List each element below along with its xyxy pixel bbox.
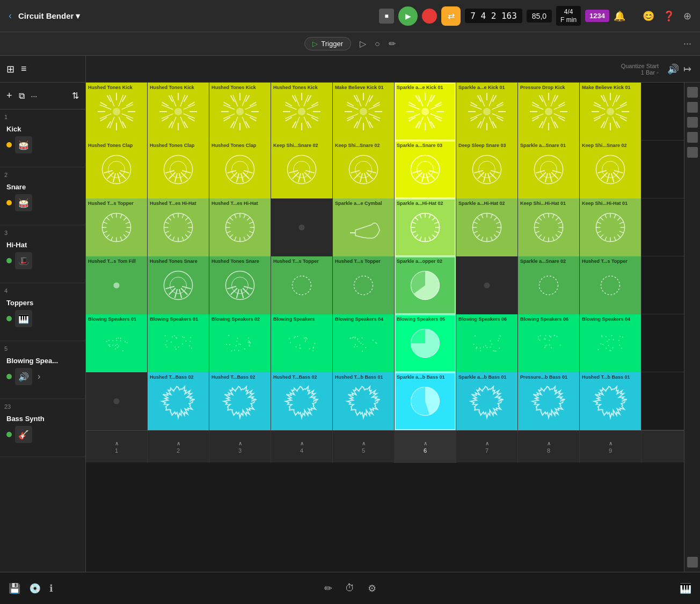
cell[interactable]: Sparkle a...e Kick 01 <box>395 83 456 141</box>
cell[interactable]: Pressure Drop Kick <box>518 83 580 141</box>
key-display[interactable]: 1234 <box>585 10 609 22</box>
cell[interactable]: Hushed T...Bass 02 <box>209 372 271 430</box>
cell[interactable]: Hushed Tones Clap <box>209 141 271 198</box>
cell[interactable]: Hushed T...s Tom Fill <box>86 256 148 314</box>
help-icon[interactable]: ❓ <box>663 10 675 22</box>
loop-button[interactable]: ⇄ <box>441 6 461 26</box>
volume-icon[interactable]: 🔊 <box>667 63 679 75</box>
column-number-9[interactable]: ∧ 9 <box>580 431 641 463</box>
cell[interactable]: Keep Shi...Snare 02 <box>271 141 333 198</box>
column-number-4[interactable]: ∧ 4 <box>271 431 333 463</box>
cell[interactable]: Sparkle a...Snare 02 <box>518 256 580 314</box>
back-button[interactable]: ‹ <box>9 10 12 21</box>
cell[interactable]: Sparkle a...Snare 03 <box>395 141 456 198</box>
track-item-bass-synth[interactable]: 23 Bass Synth 🎸 <box>0 399 85 457</box>
cell[interactable]: Keep Shi...Snare 02 <box>333 141 395 198</box>
mute-blowing-button[interactable] <box>687 147 698 158</box>
mute-bass-button[interactable] <box>687 557 698 568</box>
cell[interactable]: Hushed T...es Hi-Hat <box>148 198 209 256</box>
cell[interactable]: Hushed Tones Kick <box>209 83 271 141</box>
cell[interactable]: Hushed T...s Topper <box>333 256 395 314</box>
column-number-7[interactable]: ∧ 7 <box>456 431 518 463</box>
cell[interactable]: Blowing Speakers 01 <box>148 314 209 372</box>
cell[interactable]: Sparkle a...e Kick 01 <box>456 83 518 141</box>
follow-icon[interactable]: ▷ <box>360 39 366 49</box>
grid-view-icon[interactable]: ⊞ <box>6 63 14 75</box>
mute-snare-button[interactable] <box>687 102 698 113</box>
cell[interactable]: Pressure...b Bass 01 <box>518 372 580 430</box>
cell[interactable]: Sparkle a...opper 02 <box>395 256 456 314</box>
list-view-icon[interactable]: ≡ <box>21 63 27 75</box>
info-icon[interactable]: ℹ <box>49 583 53 594</box>
cell[interactable] <box>271 198 333 256</box>
cell[interactable]: Deep Sleep Snare 03 <box>456 141 518 198</box>
cell[interactable]: Hushed T...Bass 02 <box>271 372 333 430</box>
cell[interactable]: Hushed Tones Snare <box>148 256 209 314</box>
play-button[interactable]: ▶ <box>398 6 418 26</box>
more-track-options[interactable]: ··· <box>31 92 38 100</box>
cell[interactable]: Make Believe Kick 01 <box>333 83 395 141</box>
cell[interactable]: Blowing Speakers 04 <box>333 314 395 372</box>
cell[interactable]: Sparkle a...b Bass 01 <box>395 372 456 430</box>
cell[interactable]: Blowing Speakers <box>271 314 333 372</box>
cell[interactable]: Sparkle a...Hi-Hat 02 <box>395 198 456 256</box>
equalizer-icon[interactable]: ⚙ <box>368 583 376 594</box>
cell[interactable]: Blowing Speakers 01 <box>86 314 148 372</box>
cell[interactable]: Make Believe Kick 01 <box>580 83 641 141</box>
clock-icon[interactable]: ⏱ <box>345 583 355 594</box>
cell[interactable]: Hushed T...es Hi-Hat <box>209 198 271 256</box>
cell[interactable]: Hushed T...Bass 02 <box>148 372 209 430</box>
project-title[interactable]: Circuit Bender ▾ <box>18 11 80 21</box>
trigger-button[interactable]: ▷ Trigger <box>304 37 351 50</box>
cell[interactable]: Blowing Speakers 05 <box>395 314 456 372</box>
cell[interactable]: Hushed T...b Bass 01 <box>333 372 395 430</box>
cell[interactable]: Sparkle a...e Cymbal <box>333 198 395 256</box>
more-options-button[interactable]: ··· <box>683 38 691 49</box>
cell[interactable] <box>456 256 518 314</box>
track-item-hi-hat[interactable]: 3 Hi-Hat 🎩 <box>0 225 85 283</box>
disk-icon[interactable]: 💿 <box>29 583 41 594</box>
cell[interactable]: Hushed Tones Kick <box>86 83 148 141</box>
track-item-kick[interactable]: 1 Kick 🥁 <box>0 109 85 167</box>
cell[interactable] <box>86 372 148 430</box>
mute-hihat-button[interactable] <box>687 117 698 128</box>
cell[interactable]: Hushed T...s Topper <box>271 256 333 314</box>
output-icon[interactable]: ↦ <box>683 63 691 75</box>
cell[interactable]: Sparkle a...Snare 01 <box>518 141 580 198</box>
column-number-3[interactable]: ∧ 3 <box>209 431 271 463</box>
cell[interactable]: Hushed Tones Kick <box>271 83 333 141</box>
cell[interactable]: Hushed Tones Snare <box>209 256 271 314</box>
stop-button[interactable]: ■ <box>379 9 394 24</box>
keyboard-icon[interactable]: 🎹 <box>680 583 691 594</box>
column-number-5[interactable]: ∧ 5 <box>333 431 395 463</box>
expand-arrow[interactable]: › <box>38 372 40 381</box>
cell[interactable]: Keep Shi...Hi-Hat 01 <box>580 198 641 256</box>
cell[interactable]: Hushed Tones Clap <box>86 141 148 198</box>
save-icon[interactable]: 💾 <box>9 583 20 594</box>
cell[interactable]: Hushed T...s Topper <box>580 256 641 314</box>
sort-icon[interactable]: ⇅ <box>72 91 79 101</box>
cell[interactable]: Blowing Speakers 06 <box>518 314 580 372</box>
pencil-icon[interactable]: ✏ <box>324 583 332 594</box>
edit-icon[interactable]: ✏ <box>389 39 396 49</box>
column-number-1[interactable]: ∧ 1 <box>86 431 148 463</box>
cell[interactable]: Sparkle a...b Bass 01 <box>456 372 518 430</box>
add-icon[interactable]: ⊕ <box>683 10 691 22</box>
cell[interactable]: Blowing Speakers 04 <box>580 314 641 372</box>
cell[interactable]: Hushed T...s Topper <box>86 198 148 256</box>
column-number-2[interactable]: ∧ 2 <box>148 431 209 463</box>
record-button[interactable] <box>422 9 437 24</box>
grid-container[interactable]: Hushed Tones KickHushed Tones KickHushed… <box>86 83 684 572</box>
duplicate-track-button[interactable]: ⧉ <box>19 91 25 101</box>
account-icon[interactable]: 😊 <box>643 10 654 22</box>
loop-mode-icon[interactable]: ○ <box>375 39 380 49</box>
metronome-button[interactable]: 🔔 <box>614 10 625 22</box>
cell[interactable]: Sparkle a...Hi-Hat 02 <box>456 198 518 256</box>
mute-kick-button[interactable] <box>687 87 698 98</box>
column-number-8[interactable]: ∧ 8 <box>518 431 580 463</box>
track-item-toppers[interactable]: 4 Toppers 🎹 <box>0 283 85 341</box>
cell[interactable]: Hushed T...b Bass 01 <box>580 372 641 430</box>
cell[interactable]: Blowing Speakers 02 <box>209 314 271 372</box>
cell[interactable]: Keep Shi...Hi-Hat 01 <box>518 198 580 256</box>
cell[interactable]: Blowing Speakers 06 <box>456 314 518 372</box>
